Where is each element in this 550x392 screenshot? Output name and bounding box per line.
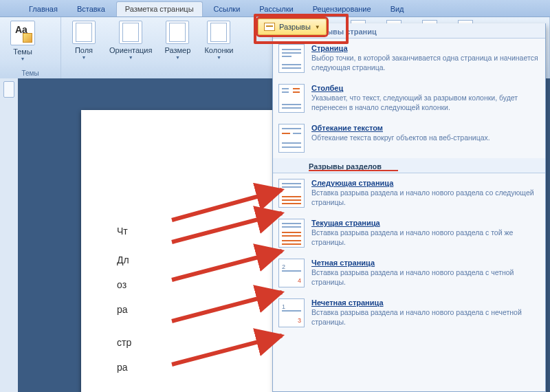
page-break-icon xyxy=(278,44,305,73)
next-page-icon xyxy=(278,179,305,208)
doc-text: ра xyxy=(117,362,128,373)
menu-item-desc: Вставка разрыва раздела и начало нового … xyxy=(311,268,538,287)
themes-button[interactable]: Aa Темы ▼ xyxy=(4,19,41,63)
columns-button[interactable]: Колонки ▼ xyxy=(200,19,237,61)
themes-icon: Aa xyxy=(10,21,35,45)
menu-item-page[interactable]: Страница Выбор точки, в которой заканчив… xyxy=(273,39,545,78)
text-wrapping-icon xyxy=(278,124,305,153)
margins-icon xyxy=(72,21,96,44)
menu-item-title: Текущая страница xyxy=(311,219,538,227)
chevron-down-icon: ▼ xyxy=(21,56,25,61)
menu-text: Обтекание текстом Обтекание текста вокру… xyxy=(311,124,538,153)
doc-text: оз xyxy=(117,279,126,290)
vertical-ruler xyxy=(0,78,19,392)
group-themes: Aa Темы ▼ Темы xyxy=(0,17,61,79)
menu-item-desc: Вставка разрыва раздела и начало нового … xyxy=(311,188,538,207)
menu-item-title: Нечетная страница xyxy=(311,298,538,307)
document-page[interactable]: Чт Дл оз ра стр ра xyxy=(81,110,287,392)
tab-insert[interactable]: Вставка xyxy=(69,2,113,17)
menu-item-title: Четная страница xyxy=(311,259,538,267)
breaks-icon xyxy=(264,23,275,31)
columns-icon xyxy=(207,21,230,44)
chevron-down-icon: ▼ xyxy=(82,55,87,60)
menu-item-continuous[interactable]: Текущая страница Вставка разрыва раздела… xyxy=(273,213,545,253)
menu-item-title: Страница xyxy=(311,44,538,52)
tab-home[interactable]: Главная xyxy=(21,2,66,17)
chevron-down-icon: ▼ xyxy=(129,55,133,60)
themes-label: Темы xyxy=(13,47,32,56)
menu-item-desc: Выбор точки, в которой заканчивается одн… xyxy=(311,54,538,72)
chevron-down-icon: ▼ xyxy=(175,55,180,60)
menu-text: Страница Выбор точки, в которой заканчив… xyxy=(311,44,538,73)
menu-item-title: Следующая страница xyxy=(311,179,538,187)
doc-text: Чт xyxy=(117,226,128,237)
menu-item-title: Обтекание текстом xyxy=(311,124,538,132)
menu-item-desc: Вставка разрыва раздела и начало нового … xyxy=(311,308,538,327)
orientation-icon xyxy=(119,21,142,44)
size-icon xyxy=(166,21,189,44)
column-break-icon xyxy=(278,84,305,113)
menu-item-next-page[interactable]: Следующая страница Вставка разрыва разде… xyxy=(273,173,545,213)
tab-view[interactable]: Вид xyxy=(382,2,412,17)
doc-text: Дл xyxy=(117,254,129,265)
menu-text: Нечетная страница Вставка разрыва раздел… xyxy=(311,298,538,327)
tab-references[interactable]: Ссылки xyxy=(206,2,249,17)
chevron-down-icon: ▼ xyxy=(315,24,320,30)
breaks-dropdown-button[interactable]: Разрывы ▼ xyxy=(258,19,327,35)
app-window: Главная Вставка Разметка страницы Ссылки… xyxy=(0,0,550,392)
menu-text: Столбец Указывает, что текст, следующий … xyxy=(311,84,538,113)
menu-item-even-page[interactable]: 2 4 Четная страница Вставка разрыва разд… xyxy=(273,253,545,293)
ruler-toggle[interactable] xyxy=(3,81,14,98)
doc-text: стр xyxy=(117,337,131,348)
continuous-icon xyxy=(278,219,305,248)
menu-text: Текущая страница Вставка разрыва раздела… xyxy=(311,219,538,248)
menu-item-odd-page[interactable]: 1 3 Нечетная страница Вставка разрыва ра… xyxy=(273,293,545,333)
menu-item-column[interactable]: Столбец Указывает, что текст, следующий … xyxy=(273,78,545,118)
odd-page-icon: 1 3 xyxy=(278,298,305,327)
breaks-label: Разрывы xyxy=(279,23,311,31)
menu-item-text-wrapping[interactable]: Обтекание текстом Обтекание текста вокру… xyxy=(273,118,545,158)
chevron-down-icon: ▼ xyxy=(217,55,221,60)
menu-item-desc: Указывает, что текст, следующий за разры… xyxy=(311,94,538,112)
tab-page-layout[interactable]: Разметка страницы xyxy=(116,1,203,17)
size-button[interactable]: Размер ▼ xyxy=(159,19,196,61)
doc-text: ра xyxy=(117,304,128,315)
breaks-dropdown-menu: Разрывы страниц Страница Выбор точки, в … xyxy=(272,23,546,392)
menu-text: Следующая страница Вставка разрыва разде… xyxy=(311,179,538,208)
menu-item-desc: Обтекание текста вокруг объектов на веб-… xyxy=(311,133,538,143)
menu-text: Четная страница Вставка разрыва раздела … xyxy=(311,259,538,287)
menu-item-desc: Вставка разрыва раздела и начало нового … xyxy=(311,228,538,247)
menu-item-title: Столбец xyxy=(311,84,538,92)
even-page-icon: 2 4 xyxy=(278,259,305,287)
group-label-themes: Темы xyxy=(4,68,56,79)
orientation-button[interactable]: Ориентация ▼ xyxy=(107,19,155,61)
menu-section-section-breaks: Разрывы разделов xyxy=(273,158,545,173)
margins-button[interactable]: Поля ▼ xyxy=(65,19,102,61)
